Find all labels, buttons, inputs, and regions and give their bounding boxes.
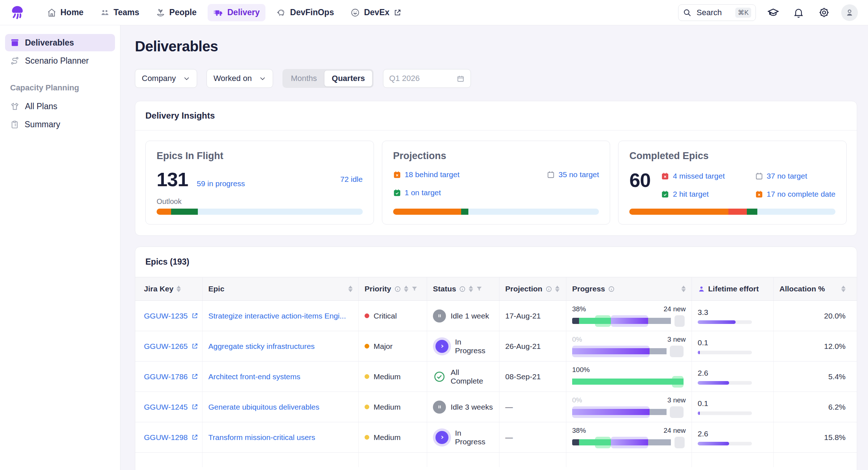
sidebar-item-label: Deliverables <box>25 38 74 48</box>
column-label: Jira Key <box>144 285 174 293</box>
nav-item-delivery[interactable]: Delivery <box>208 4 266 21</box>
sort-icon[interactable] <box>404 286 408 292</box>
insight-link[interactable]: 37 no target <box>755 172 835 180</box>
external-link-icon <box>393 9 401 17</box>
column-header-jira-key[interactable]: Jira Key <box>135 277 203 300</box>
insight-link[interactable]: 18 behind target <box>393 170 460 179</box>
priority-dot <box>365 374 369 379</box>
completed-progress-bar <box>629 209 835 215</box>
sort-icon[interactable] <box>555 286 559 292</box>
user-avatar[interactable] <box>841 4 858 21</box>
filter-icon[interactable] <box>411 286 418 292</box>
jellyfish-logo-icon[interactable] <box>8 3 27 22</box>
info-icon[interactable] <box>608 286 615 292</box>
effort-value: 0.1 <box>698 399 767 408</box>
nav-item-home[interactable]: Home <box>41 4 89 21</box>
bar-segment-green <box>747 209 757 215</box>
epic-link[interactable]: Architect front-end systems <box>208 372 300 381</box>
epic-link[interactable]: Strategize interactive action-items Engi… <box>208 312 346 320</box>
nav-items: Home Teams People Delivery <box>41 4 407 21</box>
jira-key-link[interactable]: GGUW-1245 <box>144 403 188 411</box>
projection-date: — <box>505 403 513 411</box>
jira-key-link[interactable]: GGUW-1265 <box>144 342 188 351</box>
sort-icon[interactable] <box>841 286 846 292</box>
external-link-icon[interactable] <box>191 312 198 319</box>
nav-item-devfinops[interactable]: DevFinOps <box>271 4 340 21</box>
sidebar-section-capacity-planning: Capacity Planning <box>10 83 115 93</box>
worked-on-dropdown[interactable]: Worked on <box>207 69 273 88</box>
priority-label: Medium <box>374 433 401 442</box>
search-placeholder: Search <box>697 8 730 17</box>
bar-segment-red <box>728 209 747 215</box>
sidebar-item-deliverables[interactable]: Deliverables <box>5 34 115 51</box>
jira-key-link[interactable]: GGUW-1298 <box>144 433 188 442</box>
settings-gear-icon[interactable] <box>816 5 832 21</box>
nav-label: DevEx <box>364 8 389 17</box>
insight-link[interactable]: 35 no target <box>547 170 599 179</box>
insight-link[interactable]: 2 hit target <box>661 190 725 198</box>
quarter-date-picker[interactable]: Q1 2026 <box>383 69 471 88</box>
column-header-projection[interactable]: Projection <box>499 277 566 300</box>
filter-icon[interactable] <box>476 286 482 292</box>
column-header-allocation-[interactable]: Allocation % <box>774 277 851 300</box>
external-link-icon[interactable] <box>191 434 198 441</box>
epic-link[interactable]: Aggregate sticky infrastructures <box>208 342 315 351</box>
sidebar-item-scenario-planner[interactable]: Scenario Planner <box>5 52 115 69</box>
info-icon[interactable] <box>394 286 401 292</box>
external-link-icon[interactable] <box>191 343 198 350</box>
projections-title: Projections <box>393 150 599 162</box>
nav-item-devex[interactable]: DevEx <box>345 4 407 21</box>
app-root: Home Teams People Delivery <box>0 0 868 470</box>
status-label: In Progress <box>455 429 493 446</box>
insight-link[interactable]: 17 no complete date <box>755 190 835 198</box>
status-label: In Progress <box>455 338 493 355</box>
delivery-insights-title: Delivery Insights <box>135 101 857 131</box>
column-header-epic[interactable]: Epic <box>203 277 359 300</box>
bar-segment-track <box>198 209 363 215</box>
jira-key-link[interactable]: GGUW-1786 <box>144 372 188 381</box>
nav-item-teams[interactable]: Teams <box>94 4 145 21</box>
route-icon <box>10 56 20 65</box>
period-option-quarters[interactable]: Quarters <box>324 70 373 87</box>
nav-item-people[interactable]: People <box>150 4 202 21</box>
insight-link[interactable]: 4 missed target <box>661 172 725 180</box>
sidebar-item-all-plans[interactable]: All Plans <box>5 98 115 115</box>
external-link-icon[interactable] <box>191 373 198 380</box>
company-dropdown[interactable]: Company <box>135 69 197 88</box>
external-link-icon[interactable] <box>191 403 198 410</box>
search-shortcut-badge: ⌘K <box>735 8 751 18</box>
column-header-progress[interactable]: Progress <box>566 277 692 300</box>
lifetime-effort-cell: 2.6 <box>698 430 767 445</box>
priority-dot <box>365 313 369 318</box>
learn-graduation-cap-icon[interactable] <box>765 5 781 21</box>
sort-icon[interactable] <box>176 286 181 292</box>
status-label: All Complete <box>451 368 493 385</box>
sidebar-item-label: Scenario Planner <box>25 56 89 66</box>
insight-link[interactable]: 1 on target <box>393 188 460 197</box>
sort-icon[interactable] <box>469 286 473 292</box>
column-header-status[interactable]: Status <box>427 277 499 300</box>
search-icon <box>683 8 692 17</box>
search-input[interactable]: Search ⌘K <box>678 4 756 21</box>
nav-label: Home <box>60 8 84 17</box>
epic-link[interactable]: Generate ubiquitous deliverables <box>208 403 319 411</box>
tshirt-icon <box>10 102 20 111</box>
priority-label: Critical <box>374 312 397 320</box>
jira-key-link[interactable]: GGUW-1235 <box>144 312 188 320</box>
calendar-x-orange-icon <box>393 171 401 179</box>
epic-link[interactable]: Transform mission-critical users <box>208 433 315 442</box>
sort-icon[interactable] <box>348 286 353 292</box>
progress-percent: 0% <box>572 396 582 404</box>
info-icon[interactable] <box>545 286 552 292</box>
period-option-months[interactable]: Months <box>284 70 324 87</box>
notifications-bell-icon[interactable] <box>791 5 807 21</box>
info-icon[interactable] <box>459 286 466 292</box>
sidebar-item-summary[interactable]: Summary <box>5 116 115 133</box>
table-row: GGUW-1245Generate ubiquitous deliverable… <box>135 392 857 422</box>
column-header-lifetime-effort[interactable]: Lifetime effort <box>692 277 774 300</box>
idle-link[interactable]: 72 idle <box>340 175 363 184</box>
column-header-priority[interactable]: Priority <box>359 277 427 300</box>
completed-epics-card: Completed Epics 60 4 missed target2 hit … <box>618 141 847 225</box>
sort-icon[interactable] <box>681 286 686 292</box>
progress-bar <box>572 406 686 418</box>
